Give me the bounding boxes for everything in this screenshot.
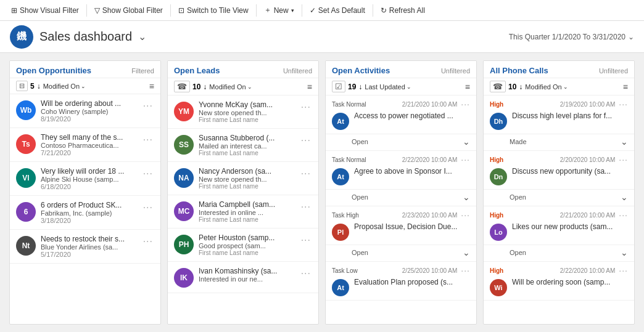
activity-more-button[interactable] <box>461 265 470 275</box>
item-more-button[interactable] <box>300 102 312 113</box>
activity-title: Evaluation Plan proposed (s... <box>354 278 470 286</box>
show-visual-filter-button[interactable]: ⊞ Show Visual Filter <box>5 4 85 17</box>
item-more-button[interactable] <box>142 202 154 213</box>
call-item[interactable]: High 2/22/2020 10:00 AM Wi Will be order… <box>484 262 634 301</box>
call-priority: High <box>490 101 503 108</box>
call-priority: High <box>490 267 503 274</box>
avatar: At <box>332 113 349 130</box>
new-label: New <box>274 6 289 15</box>
col-filter-calls: Unfiltered <box>599 67 628 75</box>
leads-sort-toggle[interactable]: ☎ <box>174 81 190 92</box>
sort-field-leads[interactable]: Modified On ⌄ <box>209 83 252 91</box>
dashboard-chevron-icon[interactable]: ⌄ <box>138 31 146 43</box>
list-item[interactable]: Nt Needs to restock their s... Blue Yond… <box>10 230 160 264</box>
sort-toggle-icon[interactable]: ⊟ <box>16 81 28 91</box>
list-item[interactable]: 6 6 orders of Product SK... Fabrikam, In… <box>10 196 160 230</box>
call-more-button[interactable] <box>619 155 628 164</box>
item-title: Needs to restock their s... <box>41 235 137 243</box>
item-content: Needs to restock their s... Blue Yonder … <box>41 235 137 258</box>
call-item[interactable]: High 2/21/2020 10:00 AM Lo Likes our new… <box>484 206 634 245</box>
activity-item[interactable]: Task Low 2/25/2020 10:00 AM At Evaluatio… <box>326 262 476 301</box>
filter-icon: ⊞ <box>11 6 17 15</box>
column-filter-icon[interactable]: ≡ <box>307 82 312 92</box>
app-icon: 鐖 <box>10 25 33 49</box>
status-chevron-icon[interactable]: ⌄ <box>463 192 470 202</box>
switch-tile-view-button[interactable]: ⊡ Switch to Tile View <box>172 4 255 17</box>
call-item[interactable]: High 2/19/2020 10:00 AM Dh Discuss high … <box>484 95 634 134</box>
list-item[interactable]: IK Ivan Komashinsky (sa... Interested in… <box>168 262 318 293</box>
sort-field-calls[interactable]: Modified On ⌄ <box>525 83 568 91</box>
avatar: NA <box>174 168 194 188</box>
call-more-button[interactable] <box>619 99 628 109</box>
item-more-button[interactable] <box>300 135 312 146</box>
refresh-all-button[interactable]: ↻ Refresh All <box>374 4 431 17</box>
activity-title: Agree to above in Sponsor I... <box>354 167 470 176</box>
avatar: Vl <box>16 168 36 188</box>
set-default-button[interactable]: ✓ Set As Default <box>303 4 371 17</box>
new-button[interactable]: ＋ New ▾ <box>258 2 300 18</box>
call-item[interactable]: High 2/20/2020 10:00 AM Dn Discuss new o… <box>484 151 634 190</box>
list-item[interactable]: SS Susanna Stubberod (... Mailed an inte… <box>168 129 318 162</box>
activity-item[interactable]: Task High 2/23/2020 10:00 AM Pl Proposal… <box>326 206 476 245</box>
sort-count-opportunities: 5 <box>30 82 35 91</box>
list-item[interactable]: YM Yvonne McKay (sam... New store opened… <box>168 95 318 129</box>
item-date: 8/19/2020 <box>41 115 137 123</box>
status-chevron-icon[interactable]: ⌄ <box>621 248 628 257</box>
sort-arrow-icon: ↓ <box>37 82 41 91</box>
activities-list: Task Normal 2/21/2020 10:00 AM At Access… <box>326 95 476 324</box>
refresh-icon: ↻ <box>381 6 387 15</box>
item-more-button[interactable] <box>142 100 154 111</box>
item-more-button[interactable] <box>300 268 312 279</box>
call-body: Dn Discuss new opportunity (sa... <box>490 167 628 185</box>
list-item[interactable]: PH Peter Houston (samp... Good prospect … <box>168 229 318 262</box>
item-meta: First name Last name <box>199 150 295 156</box>
item-more-button[interactable] <box>142 134 154 145</box>
show-global-filter-button[interactable]: ▽ Show Global Filter <box>88 4 169 17</box>
list-item[interactable]: MC Maria Campbell (sam... Interested in … <box>168 195 318 229</box>
item-meta: First name Last name <box>199 183 295 190</box>
calls-sort-toggle[interactable]: ☎ <box>490 81 506 92</box>
status-chevron-icon[interactable]: ⌄ <box>463 137 470 147</box>
list-item[interactable]: Wb Will be ordering about ... Coho Winer… <box>10 94 160 128</box>
activities-sort-toggle[interactable]: ☑ <box>332 81 345 92</box>
col-header-activities: Open Activities Unfiltered <box>326 61 476 78</box>
item-more-button[interactable] <box>142 236 154 247</box>
refresh-label: Refresh All <box>389 6 425 15</box>
activity-item[interactable]: Task Normal 2/21/2020 10:00 AM At Access… <box>326 95 476 134</box>
activity-header: Task High 2/23/2020 10:00 AM <box>332 210 470 220</box>
item-title: Yvonne McKay (sam... <box>199 100 295 109</box>
column-filter-icon[interactable]: ≡ <box>465 82 470 92</box>
list-item[interactable]: Ts They sell many of the s... Contoso Ph… <box>10 128 160 162</box>
activity-item[interactable]: Task Normal 2/22/2020 10:00 AM At Agree … <box>326 151 476 190</box>
avatar: Dn <box>490 168 507 185</box>
list-item[interactable]: NA Nancy Anderson (sa... New store opene… <box>168 162 318 195</box>
item-more-button[interactable] <box>142 168 154 179</box>
period-chevron-icon[interactable]: ⌄ <box>628 33 634 41</box>
sort-field-opportunities[interactable]: Modified On ⌄ <box>43 83 86 90</box>
item-more-button[interactable] <box>300 201 312 213</box>
item-title: Susanna Stubberod (... <box>199 134 295 142</box>
call-more-button[interactable] <box>619 265 628 275</box>
status-chevron-icon[interactable]: ⌄ <box>463 248 470 257</box>
sort-bar-calls: ☎ 10 ↓ Modified On ⌄ ≡ <box>484 78 634 95</box>
item-date: 6/18/2020 <box>41 183 137 190</box>
status-chevron-icon[interactable]: ⌄ <box>621 137 628 147</box>
activity-body: At Evaluation Plan proposed (s... <box>332 278 470 296</box>
activity-header: Task Normal 2/21/2020 10:00 AM <box>332 99 470 109</box>
column-filter-icon[interactable]: ≡ <box>623 82 628 92</box>
open-leads-column: Open Leads Unfiltered ☎ 10 ↓ Modified On… <box>167 60 319 325</box>
activity-more-button[interactable] <box>461 99 470 109</box>
item-more-button[interactable] <box>300 168 312 179</box>
column-filter-icon[interactable]: ≡ <box>149 81 154 91</box>
list-item[interactable]: Vl Very likely will order 18 ... Alpine … <box>10 162 160 196</box>
activity-more-button[interactable] <box>461 210 470 220</box>
global-filter-label: Show Global Filter <box>102 6 163 15</box>
sort-field-activities[interactable]: Last Updated ⌄ <box>365 83 411 91</box>
call-more-button[interactable] <box>619 210 628 220</box>
status-chevron-icon[interactable]: ⌄ <box>621 192 628 202</box>
item-more-button[interactable] <box>300 235 312 246</box>
separator5 <box>373 4 373 17</box>
activity-type: Task High <box>332 212 359 219</box>
activity-more-button[interactable] <box>461 155 470 164</box>
item-title: Peter Houston (samp... <box>199 233 295 242</box>
